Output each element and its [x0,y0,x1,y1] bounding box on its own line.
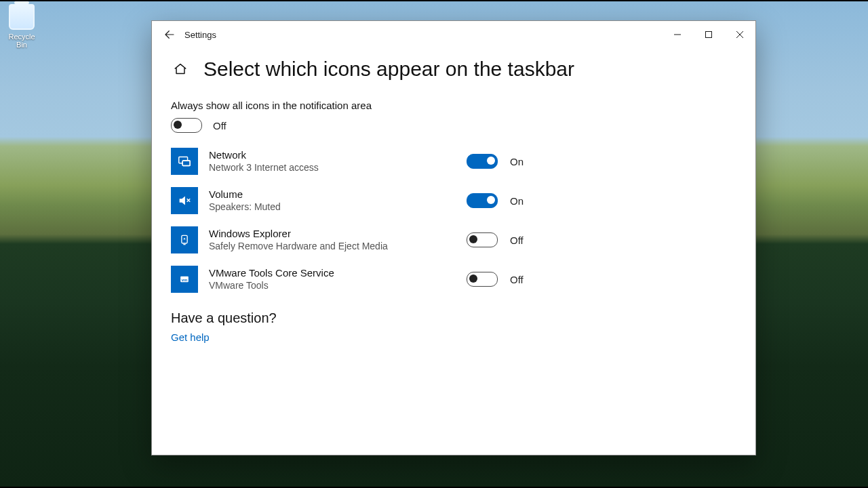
toggle-vmware[interactable] [467,272,498,287]
eject-media-icon [171,226,198,253]
titlebar[interactable]: Settings [152,21,755,48]
home-button[interactable] [171,60,190,79]
master-toggle-state: Off [213,120,226,131]
master-toggle[interactable] [171,118,202,133]
taskbar-icon-row-explorer: Windows Explorer Safely Remove Hardware … [171,226,551,253]
toggle-state: Off [510,274,551,285]
letterbox-top [0,0,868,1]
window-title: Settings [182,30,216,40]
desktop-icon-recycle-bin[interactable]: Recycle Bin [4,4,39,49]
master-toggle-label: Always show all icons in the notificatio… [171,100,736,111]
minimize-icon [673,30,682,39]
maximize-button[interactable] [693,24,724,45]
item-title: VMware Tools Core Service [209,267,456,280]
minimize-button[interactable] [662,24,693,45]
settings-window: Settings Select which icons appear on th… [151,20,756,455]
maximize-icon [705,30,713,39]
get-help-link[interactable]: Get help [171,331,210,343]
back-button[interactable] [157,22,182,47]
page-header: Select which icons appear on the taskbar [171,58,736,81]
toggle-state: On [510,195,551,207]
taskbar-icon-row-volume: Volume Speakers: Muted On [171,187,551,214]
toggle-explorer[interactable] [467,232,498,247]
item-subtitle: Speakers: Muted [209,201,456,214]
svg-text:vm: vm [182,278,187,282]
item-subtitle: VMware Tools [209,280,456,292]
svg-rect-4 [182,235,187,243]
master-toggle-row: Off [171,118,736,133]
recycle-bin-icon [9,4,35,30]
toggle-network[interactable] [467,154,498,169]
item-subtitle: Safely Remove Hardware and Eject Media [209,241,456,253]
taskbar-icon-row-vmware: vm VMware Tools Core Service VMware Tool… [171,266,551,293]
svg-rect-2 [182,161,190,165]
volume-mute-icon [171,187,198,214]
close-icon [736,30,744,39]
arrow-left-icon [163,28,176,41]
taskbar-icon-row-network: Network Network 3 Internet access On [171,148,551,175]
help-heading: Have a question? [171,310,736,326]
window-controls [662,24,755,45]
svg-rect-0 [706,32,712,38]
home-icon [173,62,188,77]
close-button[interactable] [724,24,755,45]
toggle-volume[interactable] [467,193,498,208]
page-title: Select which icons appear on the taskbar [203,58,574,81]
item-subtitle: Network 3 Internet access [209,162,456,174]
toggle-state: On [510,156,551,167]
content-area: Select which icons appear on the taskbar… [152,48,755,455]
recycle-bin-label: Recycle Bin [4,33,39,49]
item-title: Network [209,149,456,162]
item-title: Windows Explorer [209,228,456,241]
toggle-state: Off [510,235,551,246]
network-icon [171,148,198,175]
item-title: Volume [209,188,456,201]
vmware-icon: vm [171,266,198,293]
